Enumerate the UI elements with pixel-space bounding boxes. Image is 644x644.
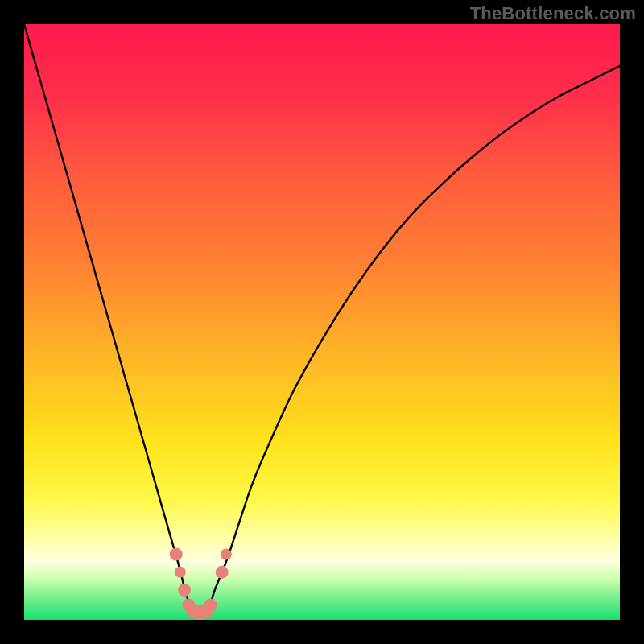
marker-point bbox=[216, 566, 229, 579]
marker-point bbox=[175, 567, 186, 578]
marker-point bbox=[170, 548, 183, 561]
marker-point bbox=[221, 549, 232, 560]
plot-area bbox=[24, 24, 620, 620]
marker-point bbox=[204, 599, 217, 612]
bottleneck-chart bbox=[24, 24, 620, 620]
chart-frame: TheBottleneck.com bbox=[0, 0, 644, 644]
watermark-text: TheBottleneck.com bbox=[470, 3, 636, 24]
marker-point bbox=[178, 584, 191, 597]
